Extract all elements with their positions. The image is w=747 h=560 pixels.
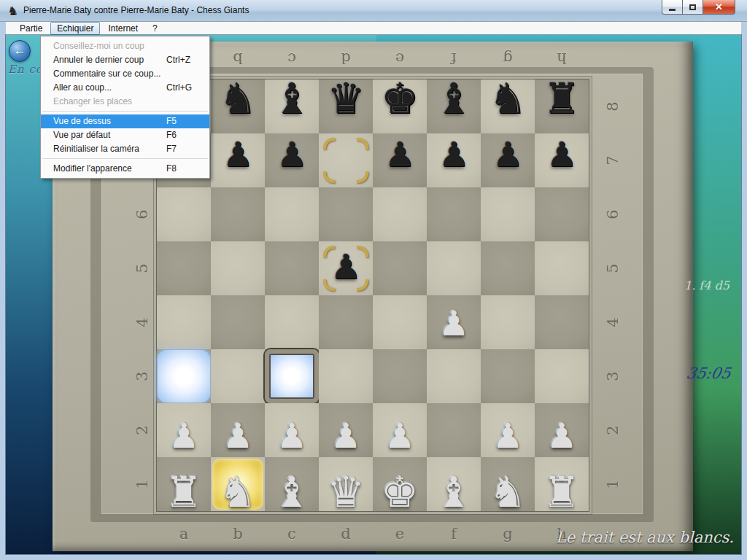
piece-white-knight[interactable]: ♞	[211, 465, 265, 519]
square-h6[interactable]	[535, 187, 589, 241]
piece-black-bishop[interactable]: ♝	[265, 71, 319, 125]
square-c4[interactable]	[265, 295, 319, 349]
rank-label-right-5: 5	[586, 257, 640, 279]
file-label-bottom-c: c	[265, 521, 319, 546]
square-d7[interactable]	[319, 133, 373, 187]
game-clock: 35:05	[685, 365, 732, 382]
menubar-item-echiquier[interactable]: Echiquier	[50, 22, 100, 35]
piece-black-pawn[interactable]: ♟	[427, 128, 481, 182]
file-label-top-e: e	[373, 47, 427, 69]
piece-white-pawn[interactable]: ♟	[211, 409, 265, 463]
square-f2[interactable]	[427, 403, 481, 457]
menubar-item-internet[interactable]: Internet	[101, 22, 144, 35]
piece-black-pawn[interactable]: ♟	[535, 128, 589, 182]
square-b6[interactable]	[211, 187, 265, 241]
piece-white-pawn[interactable]: ♟	[319, 409, 373, 463]
piece-black-rook[interactable]: ♜	[535, 71, 589, 125]
square-e6[interactable]	[373, 187, 427, 241]
piece-white-pawn[interactable]: ♟	[265, 409, 319, 463]
chess-board[interactable]: ♜♞♝♛♚♝♞♜♟♟♟♟♟♟♟♟♟♟♟♟♟♟♟♟♜♞♝♛♚♝♞♜	[157, 79, 589, 511]
square-f3[interactable]	[427, 349, 481, 403]
piece-white-pawn[interactable]: ♟	[157, 409, 211, 463]
square-h4[interactable]	[535, 295, 589, 349]
piece-white-rook[interactable]: ♜	[157, 465, 211, 519]
menu-item-r-initialiser-la-cam-ra[interactable]: Réinitialiser la caméraF7	[41, 142, 209, 156]
titlebar[interactable]: ♞ Pierre-Marie Baty contre Pierre-Marie …	[0, 0, 747, 22]
piece-white-king[interactable]: ♚	[373, 465, 427, 519]
square-h5[interactable]	[535, 241, 589, 295]
square-f6[interactable]	[427, 187, 481, 241]
square-g5[interactable]	[481, 241, 535, 295]
rank-label-right-8: 8	[586, 96, 640, 117]
menubar-item-partie[interactable]: Partie	[13, 22, 49, 35]
back-button[interactable]: ←	[9, 40, 31, 62]
piece-black-pawn[interactable]: ♟	[319, 240, 373, 294]
menu-item-label: Aller au coup...	[53, 82, 112, 93]
piece-white-queen[interactable]: ♛	[319, 465, 373, 519]
piece-black-pawn[interactable]: ♟	[481, 128, 535, 182]
menu-item-modifier-l-apparence[interactable]: Modifier l'apparenceF8	[41, 162, 209, 176]
piece-black-knight[interactable]: ♞	[481, 71, 535, 125]
file-label-top-f: f	[427, 47, 481, 69]
maximize-button[interactable]	[682, 0, 703, 15]
file-label-top-c: c	[265, 47, 319, 69]
echiquier-menu: Conseillez-moi un coupAnnuler le dernier…	[40, 36, 210, 179]
minimize-button[interactable]	[662, 0, 683, 15]
piece-black-pawn[interactable]: ♟	[211, 128, 265, 182]
square-e3[interactable]	[373, 349, 427, 403]
piece-white-pawn[interactable]: ♟	[481, 409, 535, 463]
menu-item-shortcut: F6	[166, 128, 177, 142]
square-e5[interactable]	[373, 241, 427, 295]
window-title: Pierre-Marie Baty contre Pierre-Marie Ba…	[23, 5, 249, 15]
square-c6[interactable]	[265, 187, 319, 241]
square-e4[interactable]	[373, 295, 427, 349]
menu-separator	[41, 156, 209, 162]
close-icon: ✕	[715, 0, 723, 15]
piece-black-pawn[interactable]: ♟	[373, 128, 427, 182]
piece-black-king[interactable]: ♚	[373, 71, 427, 125]
square-g6[interactable]	[481, 187, 535, 241]
menu-item-vue-par-d-faut[interactable]: Vue par défautF6	[41, 128, 209, 142]
square-h3[interactable]	[535, 349, 589, 403]
square-c3[interactable]	[265, 349, 319, 403]
rank-label-left-3: 3	[115, 365, 169, 387]
menu-item-shortcut: Ctrl+Z	[166, 53, 190, 67]
piece-black-bishop[interactable]: ♝	[427, 71, 481, 125]
menu-item-label: Vue par défaut	[53, 130, 110, 140]
rank-label-left-4: 4	[115, 311, 169, 333]
piece-black-queen[interactable]: ♛	[319, 71, 373, 125]
piece-white-bishop[interactable]: ♝	[427, 465, 481, 519]
menu-item-vue-de-dessus[interactable]: Vue de dessusF5	[41, 114, 209, 128]
menu-item-annuler-le-dernier-coup[interactable]: Annuler le dernier coupCtrl+Z	[41, 53, 209, 67]
square-d4[interactable]	[319, 295, 373, 349]
piece-white-pawn[interactable]: ♟	[535, 409, 589, 463]
piece-white-knight[interactable]: ♞	[481, 465, 535, 519]
rank-label-right-1: 1	[586, 473, 640, 495]
square-f5[interactable]	[427, 241, 481, 295]
square-b3[interactable]	[211, 349, 265, 403]
piece-white-rook[interactable]: ♜	[535, 465, 589, 519]
square-d3[interactable]	[319, 349, 373, 403]
rank-label-left-5: 5	[115, 257, 169, 279]
square-d6[interactable]	[319, 187, 373, 241]
menu-item-label: Annuler le dernier coup	[53, 55, 144, 65]
square-b4[interactable]	[211, 295, 265, 349]
square-g4[interactable]	[481, 295, 535, 349]
piece-white-bishop[interactable]: ♝	[265, 465, 319, 519]
square-c5[interactable]	[265, 241, 319, 295]
piece-white-pawn[interactable]: ♟	[373, 409, 427, 463]
menu-item-aller-au-coup[interactable]: Aller au coup...Ctrl+G	[41, 81, 209, 95]
menu-item-echanger-les-places: Echanger les places	[41, 95, 209, 109]
minimize-icon	[669, 9, 676, 11]
menu-item-shortcut: Ctrl+G	[166, 81, 192, 95]
app-icon-knight: ♞	[7, 4, 18, 19]
piece-black-knight[interactable]: ♞	[211, 71, 265, 125]
menu-item-commentaire-sur-ce-coup[interactable]: Commentaire sur ce coup...	[41, 67, 209, 81]
file-label-top-b: b	[211, 47, 265, 69]
menubar-item-?[interactable]: ?	[146, 22, 164, 35]
square-b5[interactable]	[211, 241, 265, 295]
piece-white-pawn[interactable]: ♟	[427, 297, 481, 351]
square-g3[interactable]	[481, 349, 535, 403]
piece-black-pawn[interactable]: ♟	[265, 128, 319, 182]
close-button[interactable]: ✕	[703, 0, 735, 15]
